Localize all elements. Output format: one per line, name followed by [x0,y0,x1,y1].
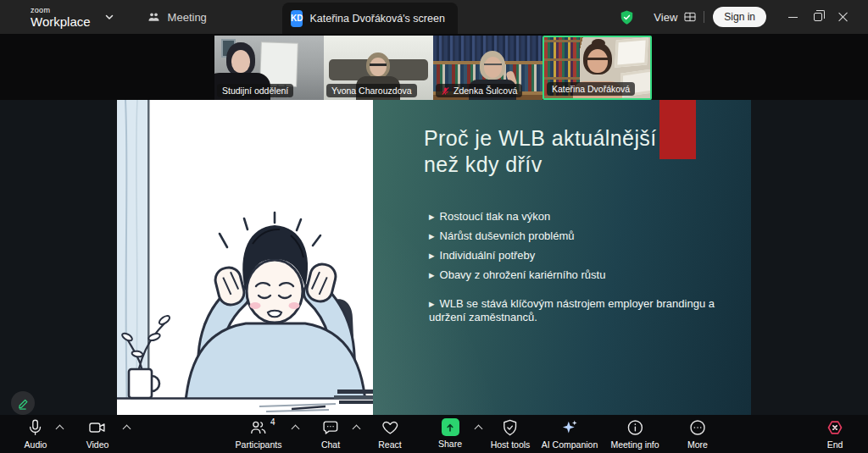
meeting-toolbar: Audio Video 4 Participants [0,415,868,453]
chat-options-caret[interactable] [353,425,361,434]
slide-bullet: ▶Rostoucí tlak na výkon [429,210,605,223]
meeting-info-button[interactable]: Meeting info [610,418,659,450]
bullet-marker: ▶ [429,271,435,279]
slide-title: Proč je WLB aktuálnější než kdy dřív [424,125,695,177]
slide-bullet: ▶Obavy z ohrožení kariérního růstu [429,268,605,281]
chat-button[interactable]: Chat [321,418,340,450]
video-button[interactable]: Video [86,418,109,450]
more-ellipsis-icon [688,418,707,437]
bullet-marker: ▶ [429,232,435,240]
logo-zoom-text: zoom [31,7,91,14]
tab-shared-screen[interactable]: KD Kateřina Dvořáková's screen [282,3,458,34]
participants-button[interactable]: 4 Participants [236,418,282,450]
sign-in-button[interactable]: Sign in [713,7,766,27]
video-strip: Studijní oddělení Yvona Charouzdova [0,34,868,100]
ai-companion-button[interactable]: AI Companion [542,418,598,450]
participants-icon [249,418,268,437]
participant-name-label: Kateřina Dvořáková [547,82,635,96]
close-button[interactable] [831,0,856,34]
view-button-label[interactable]: View [654,11,677,24]
bullet-marker: ▶ [429,213,435,221]
ai-sparkle-icon [560,418,579,437]
end-hexagon-icon [826,418,844,437]
info-icon [626,418,644,437]
share-button[interactable]: Share [438,418,462,449]
nav-meeting-label: Meeting [168,11,207,24]
titlebar: zoom Workplace Meeting KD Kateřina Dvořá… [0,0,868,34]
tab-avatar: KD [291,10,303,27]
camera-icon [88,418,107,437]
logo-workplace-text: Workplace [31,15,91,28]
slide-bullet-list: ▶Rostoucí tlak na výkon ▶Nárůst duševníc… [429,210,605,288]
participant-name-label: Zdenka Šulcová [436,84,522,97]
heart-icon [381,418,399,437]
chat-bubble-icon [321,418,340,437]
titlebar-separator [704,11,704,23]
participant-name-label: Studijní oddělení [217,84,293,97]
participant-tile-katerina-dvorakova-active[interactable]: Kateřina Dvořáková [542,36,652,100]
restore-button[interactable] [805,0,831,34]
workspace-chevron-down-icon[interactable] [104,12,114,22]
video-options-caret[interactable] [123,425,131,434]
participant-tile-yvona-charouzdova[interactable]: Yvona Charouzdova [324,36,433,100]
security-shield-icon[interactable] [619,9,635,25]
participant-tile-zdenka-sulcova[interactable]: Zdenka Šulcová [433,36,542,100]
audio-button[interactable]: Audio [25,418,47,450]
annotate-button[interactable] [11,391,35,415]
slide-bullet: ▶Nárůst duševních problémů [429,229,605,242]
stressed-person-illustration [117,100,373,415]
close-icon [838,12,849,22]
zoom-workplace-window: zoom Workplace Meeting KD Kateřina Dvořá… [0,0,868,453]
participants-count-badge: 4 [270,417,275,427]
skylight-window [615,37,648,68]
share-screen-icon [442,418,459,436]
view-layout-icon[interactable] [683,10,697,24]
host-tools-button[interactable]: Host tools [491,418,531,450]
share-options-caret[interactable] [475,425,483,434]
shield-icon [501,418,520,437]
slide-bullet: ▶Individuální potřeby [429,249,605,262]
nav-meeting[interactable]: Meeting [147,10,207,25]
participant-name-label: Yvona Charouzdova [326,84,417,97]
audio-options-caret[interactable] [56,425,64,434]
zoom-workplace-logo: zoom Workplace [31,7,91,28]
react-button[interactable]: React [378,418,401,450]
slide-closing-bullet: ▶WLB se stává klíčovým nástrojem employe… [429,297,721,325]
presentation-slide: Proč je WLB aktuálnější než kdy dřív ▶Ro… [117,100,751,415]
meeting-people-icon [147,10,161,25]
minimize-icon [788,17,798,18]
pencil-icon [17,397,30,410]
participant-tile-studijni-oddeleni[interactable]: Studijní oddělení [214,36,324,100]
minimize-button[interactable] [780,0,805,34]
end-meeting-button[interactable]: End [826,418,844,450]
tab-title: Kateřina Dvořáková's screen [309,13,444,25]
bullet-marker: ▶ [429,300,435,308]
participants-options-caret[interactable] [292,425,300,434]
shared-screen-stage: Proč je WLB aktuálnější než kdy dřív ▶Ro… [0,100,868,415]
microphone-icon [26,418,45,437]
more-button[interactable]: More [687,418,708,450]
bullet-marker: ▶ [429,251,435,260]
muted-mic-icon [441,86,450,96]
restore-icon [814,13,822,21]
